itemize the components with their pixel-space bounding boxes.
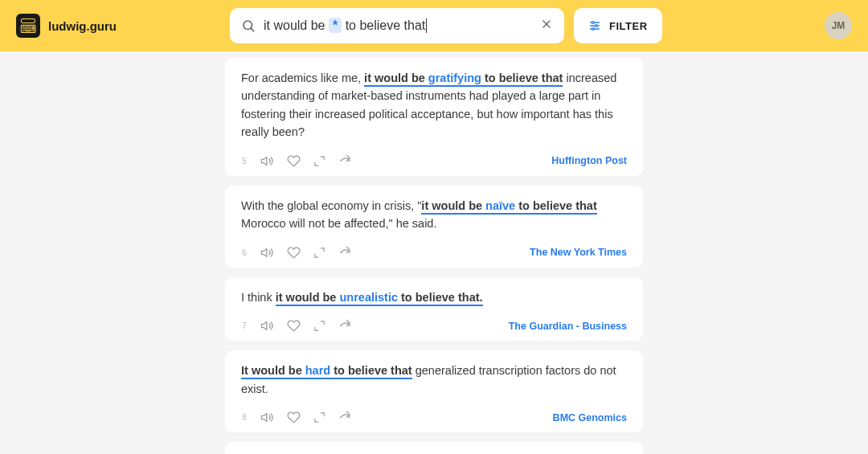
filter-icon xyxy=(588,19,601,32)
result-card: For academics like me, it would be grati… xyxy=(225,58,643,176)
result-card: With the global economy in crisis, "it w… xyxy=(225,186,643,268)
result-index: 7 xyxy=(241,321,248,330)
expand-icon[interactable] xyxy=(313,155,326,167)
wildcard-token: * xyxy=(329,18,342,33)
search-wrap: it would be * to believe that FILTER xyxy=(230,8,662,43)
logo-area[interactable]: ludwig.guru xyxy=(16,14,217,38)
highlight-span: it would be naïve to believe that xyxy=(421,199,596,215)
avatar[interactable]: JM xyxy=(825,12,852,39)
card-footer: 8BMC Genomics xyxy=(241,406,627,424)
search-box[interactable]: it would be * to believe that xyxy=(230,8,564,43)
svg-point-9 xyxy=(592,28,595,31)
speaker-icon[interactable] xyxy=(260,411,274,424)
speaker-icon[interactable] xyxy=(260,246,274,260)
svg-marker-10 xyxy=(261,157,266,165)
expand-icon[interactable] xyxy=(313,411,326,423)
result-index: 6 xyxy=(241,248,248,257)
share-icon[interactable] xyxy=(338,154,352,168)
heart-icon[interactable] xyxy=(287,319,301,333)
source-link[interactable]: Huffington Post xyxy=(551,155,627,166)
source-link[interactable]: BMC Genomics xyxy=(553,412,627,423)
share-icon[interactable] xyxy=(338,246,352,260)
results-list: For academics like me, it would be grati… xyxy=(0,51,868,454)
source-link[interactable]: The Guardian - Business xyxy=(509,321,627,332)
highlight-span: It would be hard to believe that xyxy=(241,364,412,379)
share-icon[interactable] xyxy=(338,319,352,333)
heart-icon[interactable] xyxy=(287,246,301,260)
result-index: 8 xyxy=(241,413,248,422)
keyword: hard xyxy=(305,364,330,377)
card-footer: 5Huffington Post xyxy=(241,149,627,168)
svg-marker-13 xyxy=(261,414,266,422)
brand-name: ludwig.guru xyxy=(48,19,117,33)
heart-icon[interactable] xyxy=(287,411,301,424)
source-link[interactable]: The New York Times xyxy=(530,247,627,258)
result-card: But it would be foolish to believe that … xyxy=(225,442,643,454)
keyword: naïve xyxy=(485,199,515,212)
header: ludwig.guru it would be * to believe tha… xyxy=(0,0,868,51)
heart-icon[interactable] xyxy=(287,154,301,168)
card-footer: 6The New York Times xyxy=(241,241,627,260)
svg-line-1 xyxy=(251,28,253,31)
share-icon[interactable] xyxy=(338,411,352,424)
speaker-icon[interactable] xyxy=(260,319,274,333)
search-input[interactable]: it would be * to believe that xyxy=(264,18,532,34)
result-card: It would be hard to believe that general… xyxy=(225,350,643,432)
search-icon xyxy=(241,18,256,33)
result-card: I think it would be unrealistic to belie… xyxy=(225,277,643,341)
svg-marker-11 xyxy=(261,248,266,256)
svg-point-5 xyxy=(592,22,595,24)
card-footer: 7The Guardian - Business xyxy=(241,314,627,333)
expand-icon[interactable] xyxy=(313,247,326,259)
speaker-icon[interactable] xyxy=(260,154,274,168)
filter-label: FILTER xyxy=(609,20,648,32)
keyword: gratifying xyxy=(428,72,481,84)
highlight-span: it would be gratifying to believe that xyxy=(364,72,563,87)
clear-icon[interactable] xyxy=(540,18,553,34)
highlight-span: it would be unrealistic to believe that. xyxy=(276,291,483,306)
svg-point-7 xyxy=(596,25,598,27)
filter-button[interactable]: FILTER xyxy=(574,8,662,43)
text-cursor xyxy=(426,18,427,33)
logo-icon xyxy=(16,14,40,38)
svg-marker-12 xyxy=(261,322,266,330)
result-sentence: For academics like me, it would be grati… xyxy=(241,69,627,141)
expand-icon[interactable] xyxy=(313,320,326,332)
keyword: unrealistic xyxy=(339,291,398,304)
result-sentence: I think it would be unrealistic to belie… xyxy=(241,288,627,306)
result-sentence: It would be hard to believe that general… xyxy=(241,362,627,398)
result-index: 5 xyxy=(241,157,248,166)
result-sentence: With the global economy in crisis, "it w… xyxy=(241,197,627,233)
